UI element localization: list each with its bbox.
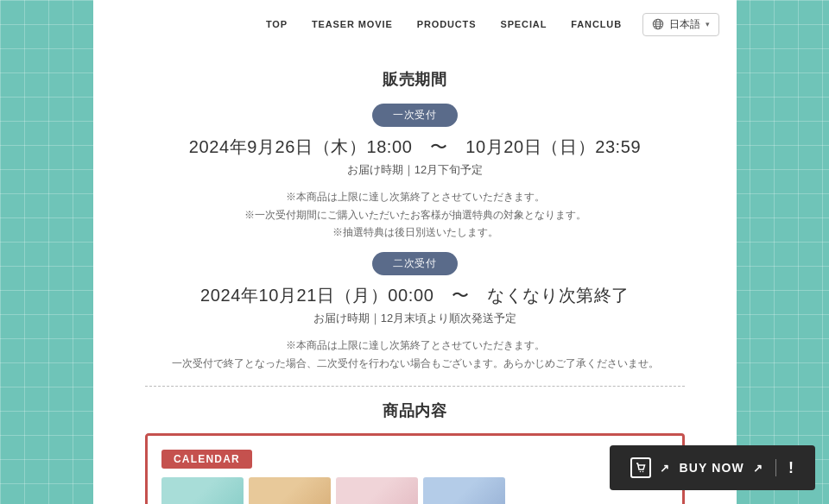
first-reception-note-3: ※抽選特典は後日別送いたします。	[93, 224, 737, 242]
cart-icon	[630, 457, 651, 478]
sales-period-title: 販売期間	[93, 69, 737, 90]
product-card: CALENDAR	[145, 433, 685, 504]
buy-now-button[interactable]: ↗ BUY NOW ↗ !	[610, 445, 815, 490]
first-reception-badge-container: 一次受付	[93, 104, 737, 127]
nav-top[interactable]: TOP	[266, 19, 288, 29]
nav-special[interactable]: SPECIAL	[500, 19, 547, 29]
arrow-icon: ↗	[660, 462, 670, 475]
first-reception-badge: 一次受付	[372, 104, 457, 127]
lang-label: 日本語	[669, 17, 700, 32]
product-images-row	[161, 477, 668, 504]
buy-now-info: !	[788, 459, 794, 477]
nav-fanclub[interactable]: FANCLUB	[571, 19, 622, 29]
first-reception-date-range: 2024年9月26日（木）18:00 〜 10月20日（日）23:59	[93, 135, 737, 159]
second-reception-delivery: お届け時期｜12月末頃より順次発送予定	[93, 311, 737, 326]
nav-links: TOP TEASER MOVIE PRODUCTS SPECIAL FANCLU…	[266, 19, 622, 29]
svg-point-5	[640, 471, 642, 473]
navbar: TOP TEASER MOVIE PRODUCTS SPECIAL FANCLU…	[93, 0, 737, 48]
second-reception-date-range: 2024年10月21日（月）00:00 〜 なくなり次第終了	[93, 284, 737, 307]
second-reception-badge-container: 二次受付	[93, 252, 737, 275]
chevron-down-icon: ▾	[706, 20, 710, 28]
second-reception-badge: 二次受付	[372, 252, 457, 275]
first-reception-notes: ※本商品は上限に達し次第終了とさせていただきます。 ※一次受付期間にご購入いただ…	[93, 188, 737, 242]
first-reception-note-1: ※本商品は上限に達し次第終了とさせていただきます。	[93, 188, 737, 206]
language-selector[interactable]: 日本語 ▾	[642, 13, 719, 36]
arrow-icon-2: ↗	[753, 462, 763, 475]
second-reception-notes: ※本商品は上限に達し次第終了とさせていただきます。 一次受付で終了となった場合、…	[93, 337, 737, 372]
section-divider	[145, 386, 685, 387]
calendar-badge: CALENDAR	[161, 450, 252, 469]
nav-products[interactable]: PRODUCTS	[417, 19, 477, 29]
product-image-3	[336, 477, 418, 504]
svg-point-6	[642, 471, 644, 473]
product-image-4	[423, 477, 505, 504]
product-image-2	[249, 477, 331, 504]
product-image-1	[161, 477, 244, 504]
globe-icon	[652, 18, 664, 30]
buy-now-label: BUY NOW	[680, 461, 744, 475]
second-reception-note-2: 一次受付で終了となった場合、二次受付を行わない場合もございます。あらかじめご了承…	[93, 355, 737, 373]
first-reception-note-2: ※一次受付期間にご購入いただいたお客様が抽選特典の対象となります。	[93, 206, 737, 224]
product-contents-title: 商品内容	[93, 400, 737, 421]
second-reception-note-1: ※本商品は上限に達し次第終了とさせていただきます。	[93, 337, 737, 355]
nav-teaser-movie[interactable]: TEASER MOVIE	[312, 19, 393, 29]
page-body: 販売期間 一次受付 2024年9月26日（木）18:00 〜 10月20日（日）…	[93, 0, 737, 504]
first-reception-delivery: お届け時期｜12月下旬予定	[93, 162, 737, 178]
buy-now-divider	[775, 459, 776, 476]
